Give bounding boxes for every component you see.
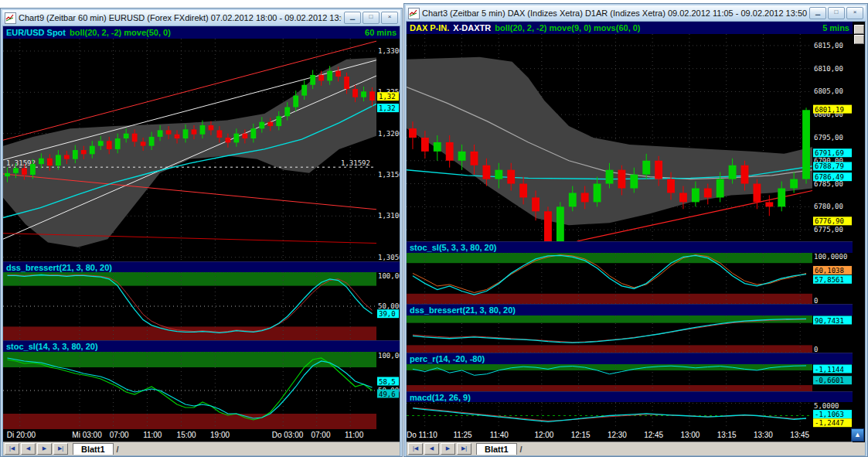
time-label: Di 20:00 <box>7 431 36 439</box>
indicator-header-stoc: stoc_sl(5, 3, 3, 80, 20) <box>407 241 853 253</box>
price-chart-canvas[interactable]: 1,33001,32501,32001,31501,31001,30501,31… <box>3 39 400 261</box>
study-label: boll(20, 2, -2) move(9, 0) movs(60, 0) <box>495 23 640 32</box>
price-chart[interactable]: 1,33001,32501,32001,31501,31001,30501,31… <box>3 39 400 261</box>
svg-text:50,0000: 50,0000 <box>378 302 400 310</box>
prev-sheet-button[interactable]: ◀ <box>424 443 439 455</box>
svg-text:100,0000: 100,0000 <box>378 272 400 280</box>
stoc-canvas[interactable]: 100,000050,000058,549,6 <box>3 352 400 429</box>
time-label: Do 11:10 <box>407 431 437 439</box>
realtime-status-icon: ▲ <box>851 428 864 442</box>
timeframe-label: 60 mins <box>365 28 397 37</box>
window-title: Chart9 (Zeitbar 60 min) EURUSD (Forex FX… <box>19 13 342 22</box>
svg-text:0: 0 <box>814 297 818 304</box>
time-label: Mi 03:00 <box>72 431 101 439</box>
window-title: Chart3 (Zeitbar 5 min) DAX (Indizes Xetr… <box>422 9 807 18</box>
titlebar[interactable]: Chart3 (Zeitbar 5 min) DAX (Indizes Xetr… <box>406 5 866 21</box>
time-label: 13:15 <box>717 431 737 439</box>
indicator-panel-dss[interactable]: 100,000050,000039,0 <box>3 272 400 340</box>
next-sheet-button[interactable]: ▶ <box>37 443 52 455</box>
svg-text:6801,19: 6801,19 <box>815 105 844 113</box>
window-controls: ▁ □ × <box>344 12 398 24</box>
indicator-panel-percr[interactable]: -1,1144-0,6601 <box>407 364 853 391</box>
time-axis: Do 11:1011:2511:4012:0012:1512:3012:4513… <box>407 429 853 442</box>
dss-canvas[interactable]: 100,000050,000039,0 <box>3 272 400 340</box>
time-label: 11:00 <box>143 431 162 439</box>
indicator-panel-stoc[interactable]: 100,000050,000058,549,6 <box>3 352 400 429</box>
svg-text:0: 0 <box>814 346 818 353</box>
strip-button-bottom[interactable] <box>854 35 864 44</box>
minimize-button[interactable]: ▁ <box>809 7 826 19</box>
minimize-button[interactable]: ▁ <box>344 12 361 24</box>
svg-text:6810,00: 6810,00 <box>814 64 843 72</box>
svg-text:6791,69: 6791,69 <box>815 149 844 157</box>
indicator-panel-stoc[interactable]: 100,0000060,103857,8561 <box>407 253 853 304</box>
maximize-button[interactable]: □ <box>363 12 380 24</box>
first-sheet-button[interactable]: |◀ <box>408 443 423 455</box>
time-label: 15:00 <box>177 431 196 439</box>
svg-text:6776,90: 6776,90 <box>815 217 844 225</box>
svg-text:100,0000: 100,0000 <box>814 253 847 261</box>
time-label: 11:00 <box>345 431 363 439</box>
svg-text:1,3300: 1,3300 <box>378 47 400 55</box>
price-chart-canvas[interactable]: 6815,006810,006805,006800,006795,006790,… <box>407 34 853 241</box>
time-label: 12:00 <box>534 431 553 439</box>
titlebar[interactable]: Chart9 (Zeitbar 60 min) EURUSD (Forex FX… <box>2 10 400 26</box>
time-label: Do 03:00 <box>272 431 304 439</box>
timefram e-label: 5 mins <box>822 23 849 32</box>
next-sheet-button[interactable]: ▶ <box>441 443 455 455</box>
indicator-header-dss: dss_bressert(21, 3, 80, 20) <box>3 261 400 273</box>
maximize-button[interactable]: □ <box>828 7 845 19</box>
close-button[interactable]: × <box>381 12 398 24</box>
window-controls: ▁ □ × <box>809 7 863 19</box>
time-label: 11:25 <box>453 431 471 439</box>
chart-icon <box>5 12 16 24</box>
svg-text:60,1038: 60,1038 <box>815 267 844 275</box>
dss-canvas[interactable]: 090,7431 <box>407 315 853 353</box>
time-label: 13:30 <box>754 431 773 439</box>
svg-text:100,0000: 100,0000 <box>378 352 400 360</box>
svg-text:6786,49: 6786,49 <box>815 173 844 181</box>
stoc-canvas[interactable]: 100,0000060,103857,8561 <box>407 253 853 304</box>
svg-text:-1,1144: -1,1144 <box>815 365 844 373</box>
svg-text:6815,00: 6815,00 <box>814 42 843 49</box>
symbol-label-xdaxtr: X-DAXTR <box>453 23 491 32</box>
svg-text:5,0000: 5,0000 <box>814 402 839 410</box>
percr-canvas[interactable]: -1,1144-0,6601 <box>407 364 853 391</box>
time-label: 07:00 <box>311 431 330 439</box>
sheet-tab-blatt1[interactable]: Blatt1 <box>73 443 114 455</box>
svg-text:6780,00: 6780,00 <box>814 203 843 210</box>
svg-text:6795,00: 6795,00 <box>814 134 843 142</box>
sheet-tab-blatt1[interactable]: Blatt1 <box>476 443 517 455</box>
time-label: 12:30 <box>608 431 627 439</box>
chart-body: EUR/USD Spot boll(20, 2, -2) move(50, 0)… <box>2 26 400 456</box>
close-button[interactable]: × <box>846 7 863 19</box>
price-chart[interactable]: 6815,006810,006805,006800,006795,006790,… <box>407 34 853 241</box>
prev-sheet-button[interactable]: ◀ <box>21 443 36 455</box>
indicator-header-stoc: stoc_sl(14, 3, 3, 80, 20) <box>3 340 400 352</box>
symbol-label: EUR/USD Spot <box>6 28 66 37</box>
svg-text:1,3100: 1,3100 <box>378 212 400 220</box>
indicator-panel-dss[interactable]: 090,7431 <box>407 315 853 353</box>
svg-text:1,3200: 1,3200 <box>378 130 400 138</box>
last-sheet-button[interactable]: ▶| <box>53 443 68 455</box>
chart-body: DAX P-IN. X-DAXTR boll(20, 2, -2) move(9… <box>406 21 866 456</box>
macd-canvas[interactable]: 5,0000-1,1063-1,2447 <box>407 402 853 429</box>
time-label: 11:40 <box>490 431 509 439</box>
svg-text:1,32: 1,32 <box>379 93 396 101</box>
svg-text:6805,00: 6805,00 <box>814 87 843 95</box>
sheet-tab-bar: |◀ ◀ ▶ ▶| Blatt1 / <box>407 442 865 455</box>
svg-text:39,0: 39,0 <box>379 311 396 319</box>
time-axis: Di 20:00Mi 03:0007:0011:0015:0019:00Do 0… <box>3 429 400 442</box>
svg-text:-1,1063: -1,1063 <box>815 411 844 419</box>
tab-separator: / <box>520 445 523 454</box>
indicator-header-dss: dss_bressert(21, 3, 80, 20) <box>407 304 853 315</box>
svg-text:90,7431: 90,7431 <box>815 316 844 324</box>
first-sheet-button[interactable]: |◀ <box>5 443 19 455</box>
strip-button-top[interactable] <box>854 25 864 34</box>
last-sheet-button[interactable]: ▶| <box>457 443 471 455</box>
chart-title-bar: EUR/USD Spot boll(20, 2, -2) move(50, 0)… <box>3 26 400 39</box>
indicator-panel-macd[interactable]: 5,0000-1,1063-1,2447 <box>407 402 853 429</box>
svg-text:1,31592: 1,31592 <box>341 159 370 167</box>
study-label: boll(20, 2, -2) move(50, 0) <box>70 28 171 37</box>
indicator-header-percr: perc_r(14, -20, -80) <box>407 353 853 364</box>
